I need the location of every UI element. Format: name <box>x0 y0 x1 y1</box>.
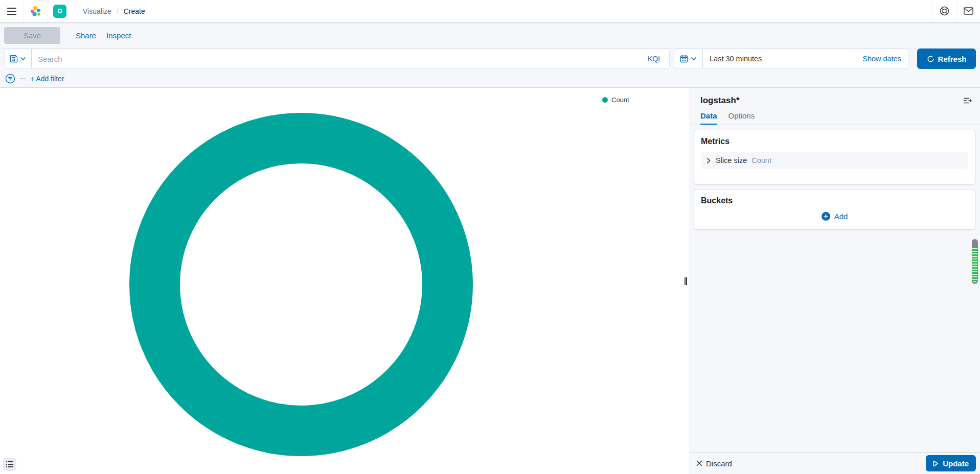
buckets-section: Buckets Add <box>694 189 975 230</box>
share-button[interactable]: Share <box>71 28 101 43</box>
sidebar-footer: Discard Update <box>689 452 980 474</box>
slice-size-row[interactable]: Slice size Count <box>701 152 968 169</box>
query-bar: KQL Last 30 minutes Show dates <box>0 49 980 70</box>
hamburger-menu-icon <box>7 7 16 15</box>
filter-dash <box>20 78 26 79</box>
update-button[interactable]: Update <box>926 455 976 471</box>
refresh-icon <box>927 55 935 63</box>
discard-label: Discard <box>706 459 732 468</box>
breadcrumb: Visualize / Create <box>72 7 145 15</box>
time-range-value[interactable]: Last 30 minutes <box>703 55 768 63</box>
metrics-title: Metrics <box>701 137 968 146</box>
chevron-right-icon <box>706 157 711 164</box>
scrollbar-thumb[interactable] <box>972 239 978 284</box>
add-filter-button[interactable]: + Add filter <box>30 75 64 83</box>
editor-sidebar: logstash* Data Options Metrics <box>689 88 980 474</box>
legend-label: Count <box>611 96 629 104</box>
kibana-visualize-editor: D Visualize / Create <box>0 0 980 474</box>
save-button[interactable]: Save <box>4 27 60 44</box>
filter-menu-button[interactable] <box>5 74 15 84</box>
resizer-grip-icon <box>685 277 687 285</box>
tab-options[interactable]: Options <box>728 111 755 125</box>
sidebar-body: Metrics Slice size Count Buckets <box>689 125 980 452</box>
mail-icon <box>964 7 973 15</box>
sidebar-header: logstash* <box>689 88 980 106</box>
search-input[interactable] <box>32 49 641 68</box>
list-icon <box>6 461 13 467</box>
buckets-title: Buckets <box>701 196 968 205</box>
add-bucket-label: Add <box>834 212 848 221</box>
space-avatar[interactable]: D <box>53 5 66 18</box>
elastic-home-button[interactable] <box>24 0 48 22</box>
scroll-progress-stripes <box>972 247 977 282</box>
menu-right-icon <box>963 97 972 104</box>
filter-icon <box>5 74 15 84</box>
inspect-button[interactable]: Inspect <box>101 28 136 43</box>
search-bar: KQL <box>4 49 670 69</box>
calendar-icon <box>680 55 688 63</box>
chevron-down-icon <box>691 57 697 61</box>
tab-data[interactable]: Data <box>700 111 717 125</box>
help-icon <box>940 6 949 16</box>
add-bucket-button[interactable]: Add <box>701 210 968 223</box>
refresh-label: Refresh <box>938 55 967 63</box>
visualization-panel: Count <box>0 88 682 474</box>
donut-chart <box>0 88 682 474</box>
editor-toolbar: Save Share Inspect <box>0 22 980 49</box>
breadcrumb-visualize[interactable]: Visualize <box>83 7 111 15</box>
date-quick-menu-button[interactable] <box>674 49 703 68</box>
refresh-button[interactable]: Refresh <box>917 49 976 69</box>
sidebar-tabs: Data Options <box>689 111 980 125</box>
metrics-section: Metrics Slice size Count <box>694 130 975 185</box>
hamburger-menu-button[interactable] <box>0 0 24 22</box>
breadcrumb-create: Create <box>124 7 145 15</box>
filter-bar: + Add filter <box>0 70 980 88</box>
query-language-button[interactable]: KQL <box>641 55 669 63</box>
plus-circle-icon <box>822 212 830 221</box>
update-label: Update <box>943 459 969 468</box>
legend-item-count[interactable]: Count <box>602 96 629 104</box>
show-dates-button[interactable]: Show dates <box>856 55 908 63</box>
saved-query-menu-button[interactable] <box>5 49 32 68</box>
elastic-logo <box>30 6 41 17</box>
main-content: Count logstash* <box>0 88 980 474</box>
slice-size-label: Slice size <box>716 156 747 164</box>
legend-swatch <box>602 97 608 103</box>
newsfeed-button[interactable] <box>956 0 980 22</box>
pie-slice-count[interactable] <box>155 138 448 431</box>
date-picker: Last 30 minutes Show dates <box>674 49 908 69</box>
play-icon <box>933 460 939 467</box>
slice-size-value: Count <box>751 156 771 164</box>
index-pattern-title: logstash* <box>700 96 740 105</box>
cross-icon <box>696 460 702 466</box>
collapse-sidebar-button[interactable] <box>961 95 974 106</box>
top-nav: D Visualize / Create <box>0 0 980 22</box>
breadcrumb-separator: / <box>117 7 119 15</box>
help-button[interactable] <box>932 0 956 22</box>
discard-button[interactable]: Discard <box>696 459 732 468</box>
save-query-icon <box>10 55 18 63</box>
legend-toggle-button[interactable] <box>3 458 16 471</box>
panel-resizer[interactable] <box>682 88 689 474</box>
chevron-down-icon <box>20 57 26 61</box>
